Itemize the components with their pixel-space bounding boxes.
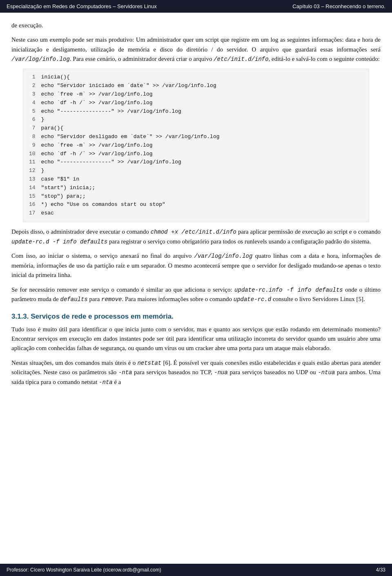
code-line: 8 echo "Servidor desligado em `date`" >>… <box>27 133 365 141</box>
intro-para: de execução. <box>11 21 381 30</box>
code-var-log-info-2: /var/log/info.log <box>194 253 253 259</box>
code-var-log-info: /var/log/info.log <box>11 56 70 63</box>
code-nta: -nta <box>118 369 132 376</box>
page-header: Especialização em Redes de Computadores … <box>0 0 392 13</box>
code-remove: remove <box>101 296 122 303</box>
section-heading-3-1-3: 3.1.3. Serviços de rede e processos em m… <box>11 313 381 321</box>
code-line: 12} <box>27 167 365 175</box>
page-footer: Professor: Cícero Woshington Saraiva Lei… <box>0 564 392 576</box>
line-number: 16 <box>27 201 40 209</box>
paragraph-1: Neste caso um exemplo pode ser mais prod… <box>11 35 381 64</box>
line-code: echo `free -m` >> /var/log/info.log <box>40 141 365 150</box>
paragraph-6: Nestas situações, um dos comandos mais ú… <box>11 358 381 387</box>
code-update-rc: update-rc.d -f info defaults <box>11 239 107 245</box>
code-line: 10 echo `df -h /` >> /var/log/info.log <box>27 150 365 159</box>
line-number: 17 <box>27 209 40 218</box>
code-update-rc-info: update-rc.info -f info defaults <box>234 287 343 293</box>
code-line: 5 echo "----------------" >> /var/log/in… <box>27 107 365 116</box>
main-content: de execução. Neste caso um exemplo pode … <box>0 13 392 425</box>
code-table: 1inicia(){2 echo "Servidor iniciado em `… <box>27 73 365 218</box>
line-code: echo "----------------" >> /var/log/info… <box>40 107 365 116</box>
line-number: 1 <box>27 73 40 82</box>
line-code: case "$1" in <box>40 175 365 184</box>
code-nua: -nua <box>214 369 228 376</box>
line-number: 4 <box>27 99 40 107</box>
line-number: 10 <box>27 150 40 159</box>
line-code: echo "Servidor desligado em `date`" >> /… <box>40 133 365 141</box>
code-line: 7para(){ <box>27 124 365 133</box>
footer-right: 4/33 <box>376 567 385 573</box>
code-nta-2: -nta <box>99 379 113 386</box>
paragraph-3: Com isso, ao iniciar o sistema, o serviç… <box>11 251 381 280</box>
line-code: } <box>40 167 365 175</box>
line-code: esac <box>40 209 365 218</box>
line-number: 13 <box>27 175 40 184</box>
line-code: para(){ <box>40 124 365 133</box>
code-chmod: chmod +x /etc/init.d/info <box>151 229 236 235</box>
footer-left: Professor: Cícero Woshington Saraiva Lei… <box>7 567 161 573</box>
code-line: 2 echo "Servidor iniciado em `date`" >> … <box>27 82 365 90</box>
code-line: 15 "stop") para;; <box>27 192 365 201</box>
code-defaults: defaults <box>60 296 88 303</box>
line-code: echo `df -h /` >> /var/log/info.log <box>40 99 365 107</box>
code-netstat: netstat <box>137 360 161 366</box>
line-number: 14 <box>27 184 40 192</box>
line-code: echo `df -h /` >> /var/log/info.log <box>40 150 365 159</box>
code-block: 1inicia(){2 echo "Servidor iniciado em `… <box>23 69 369 222</box>
code-ntua: -ntua <box>318 369 335 376</box>
line-number: 11 <box>27 158 40 167</box>
line-code: "stop") para;; <box>40 192 365 201</box>
code-line: 14 "start") inicia;; <box>27 184 365 192</box>
paragraph-4: Se for necessário remover este serviço o… <box>11 285 381 304</box>
line-number: 9 <box>27 141 40 150</box>
code-update-rc-d: update-rc.d <box>234 296 271 303</box>
code-line: 13case "$1" in <box>27 175 365 184</box>
code-line: 1inicia(){ <box>27 73 365 82</box>
line-code: inicia(){ <box>40 73 365 82</box>
header-right: Capítulo 03 – Reconhecendo o terreno. <box>292 3 385 9</box>
code-line: 4 echo `df -h /` >> /var/log/info.log <box>27 99 365 107</box>
line-number: 2 <box>27 82 40 90</box>
line-number: 8 <box>27 133 40 141</box>
line-number: 6 <box>27 116 40 124</box>
line-code: echo `free -m` >> /var/log/info.log <box>40 90 365 99</box>
line-number: 12 <box>27 167 40 175</box>
line-code: } <box>40 116 365 124</box>
paragraph-5: Tudo isso é muito útil para identificar … <box>11 325 381 353</box>
line-number: 3 <box>27 90 40 99</box>
line-code: echo "----------------" >> /var/log/info… <box>40 158 365 167</box>
line-code: echo "Servidor iniciado em `date`" >> /v… <box>40 82 365 90</box>
line-code: "start") inicia;; <box>40 184 365 192</box>
code-line: 16 *) echo "Use os comandos start ou sto… <box>27 201 365 209</box>
code-line: 6} <box>27 116 365 124</box>
line-number: 5 <box>27 107 40 116</box>
code-line: 3 echo `free -m` >> /var/log/info.log <box>27 90 365 99</box>
code-line: 17esac <box>27 209 365 218</box>
code-line: 9 echo `free -m` >> /var/log/info.log <box>27 141 365 150</box>
line-number: 7 <box>27 124 40 133</box>
line-number: 15 <box>27 192 40 201</box>
header-left: Especialização em Redes de Computadores … <box>7 3 157 9</box>
code-etc-init-info: /etc/init.d/info <box>214 56 268 63</box>
code-line: 11 echo "----------------" >> /var/log/i… <box>27 158 365 167</box>
paragraph-2: Depois disso, o administrador deve execu… <box>11 227 381 246</box>
line-code: *) echo "Use os comandos start ou stop" <box>40 201 365 209</box>
